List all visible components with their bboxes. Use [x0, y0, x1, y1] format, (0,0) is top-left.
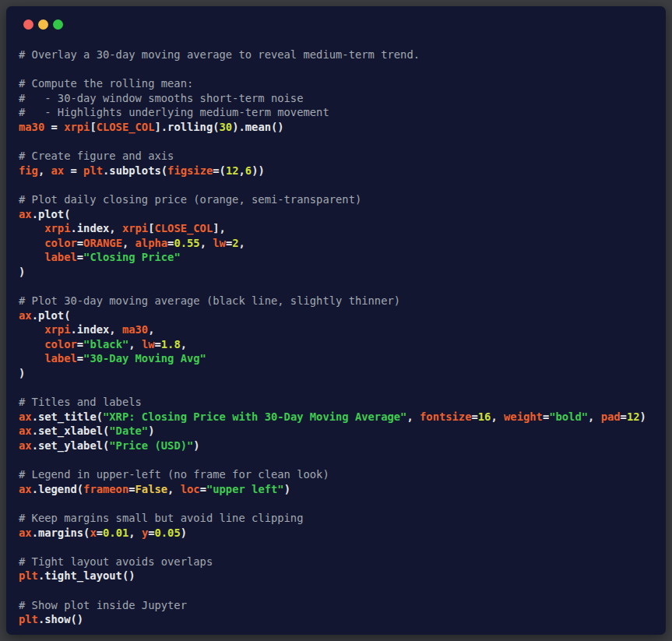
code-token: , — [239, 237, 245, 249]
code-token: "upper left" — [206, 483, 284, 495]
code-line: xrpi.index, ma30, — [19, 322, 660, 337]
code-token: = — [226, 237, 232, 249]
code-token: .margins( — [32, 527, 90, 539]
code-token: ax — [19, 483, 32, 495]
code-line: color=ORANGE, alpha=0.55, lw=2, — [19, 236, 660, 251]
code-token: "XRP: Closing Price with 30-Day Moving A… — [103, 410, 406, 423]
code-token: ax — [19, 424, 32, 437]
code-line: plt.tight_layout() — [19, 569, 660, 583]
code-token: = — [77, 237, 83, 249]
code-line: fig, ax = plt.subplots(figsize=(12,6)) — [19, 164, 660, 178]
code-line: ax.set_xlabel("Date") — [19, 424, 660, 438]
code-token: "black" — [83, 338, 128, 350]
code-token: = — [77, 338, 83, 350]
code-token: lw — [213, 237, 226, 249]
code-token: y — [142, 527, 148, 539]
code-token: ORANGE — [83, 237, 122, 249]
code-token: ma30 — [122, 323, 148, 336]
code-token: =( — [213, 164, 226, 177]
code-token: xrpi — [44, 323, 70, 336]
code-line: # Plot 30-day moving average (black line… — [19, 294, 660, 308]
code-token — [19, 323, 44, 336]
code-line: # Tight layout avoids overlaps — [19, 555, 660, 569]
code-line: # Show plot inside Jupyter — [19, 598, 660, 613]
maximize-button[interactable] — [53, 19, 63, 30]
code-token: = — [148, 527, 154, 539]
code-token: ma30 — [19, 121, 44, 133]
code-line: # - Highlights underlying medium-term mo… — [19, 105, 660, 120]
code-token: = — [200, 483, 206, 495]
code-token: 0.05 — [155, 527, 181, 539]
code-token: # Show plot inside Jupyter — [19, 599, 187, 611]
code-token: frameon — [83, 483, 128, 495]
code-token: # Create figure and axis — [19, 150, 174, 162]
code-token: 0.55 — [174, 237, 199, 249]
code-token: # - 30-day window smooths short-term noi… — [19, 92, 303, 104]
code-token: 1.8 — [161, 338, 181, 350]
code-token: 6 — [245, 164, 252, 177]
code-token: , — [122, 237, 135, 249]
code-token: .set_ylabel( — [32, 439, 110, 452]
code-line: ax.set_ylabel("Price (USD)") — [19, 438, 660, 453]
code-token: = — [77, 352, 83, 365]
code-token: # Plot daily closing price (orange, semi… — [19, 193, 361, 206]
close-button[interactable] — [23, 19, 33, 30]
code-token: label — [44, 352, 77, 365]
code-token: # Legend in upper-left (no frame for cle… — [19, 468, 329, 481]
code-token: , — [148, 323, 154, 336]
code-token: plt — [19, 613, 38, 625]
code-line: # Create figure and axis — [19, 149, 660, 164]
code-token: .plot( — [32, 208, 71, 220]
code-token: 0.01 — [103, 527, 128, 539]
code-token: , — [239, 164, 245, 177]
code-token: fig — [19, 164, 38, 177]
code-token: , — [491, 410, 504, 423]
code-line — [19, 583, 660, 598]
code-token: "30-Day Moving Avg" — [83, 352, 206, 365]
code-token: , — [406, 410, 420, 423]
code-token: plt — [83, 164, 103, 177]
code-line: label="30-Day Moving Avg" — [19, 351, 660, 366]
code-line: # Plot daily closing price (orange, semi… — [19, 192, 660, 207]
code-token: ax — [19, 439, 32, 452]
code-token: "Closing Price" — [83, 251, 181, 263]
code-line: plt.show() — [19, 612, 660, 627]
code-token: .index, — [70, 323, 121, 336]
code-token: xrpi — [122, 222, 148, 234]
code-token — [19, 338, 44, 350]
minimize-button[interactable] — [38, 19, 48, 30]
code-token: ax — [19, 208, 32, 220]
code-line: ax.plot( — [19, 207, 660, 222]
code-token: .index, — [70, 222, 121, 234]
code-token: .subplots( — [103, 164, 167, 177]
code-line: ax.set_title("XRP: Closing Price with 30… — [19, 410, 660, 424]
code-line: ma30 = xrpi[CLOSE_COL].rolling(30).mean(… — [19, 120, 660, 135]
code-token: = — [155, 338, 161, 350]
code-token: ) — [19, 367, 25, 379]
code-token: , — [588, 410, 601, 423]
code-token: figsize — [167, 164, 213, 177]
code-token: "Price (USD)" — [109, 439, 193, 452]
code-line: ) — [19, 366, 660, 381]
code-line — [19, 280, 660, 294]
code-token — [19, 237, 44, 249]
code-token: "Date" — [109, 424, 148, 437]
code-token: pad — [601, 410, 621, 423]
code-token: ax — [19, 410, 32, 423]
code-token: # Compute the rolling mean: — [19, 77, 193, 90]
code-line: ax.margins(x=0.01, y=0.05) — [19, 526, 660, 541]
code-token: , — [128, 338, 142, 350]
code-token: "bold" — [549, 410, 588, 423]
code-line — [19, 496, 660, 511]
code-token — [19, 222, 44, 234]
code-token: , — [181, 338, 187, 350]
code-token: ].rolling( — [154, 121, 219, 133]
code-line: # Titles and labels — [19, 395, 660, 410]
code-token — [19, 352, 44, 365]
code-line — [19, 62, 660, 77]
code-line — [19, 381, 660, 396]
code-token: ) — [19, 266, 25, 278]
code-token: 30 — [220, 121, 233, 133]
code-token: # Keep margins small but avoid line clip… — [19, 512, 303, 524]
code-token: CLOSE_COL — [97, 121, 155, 133]
